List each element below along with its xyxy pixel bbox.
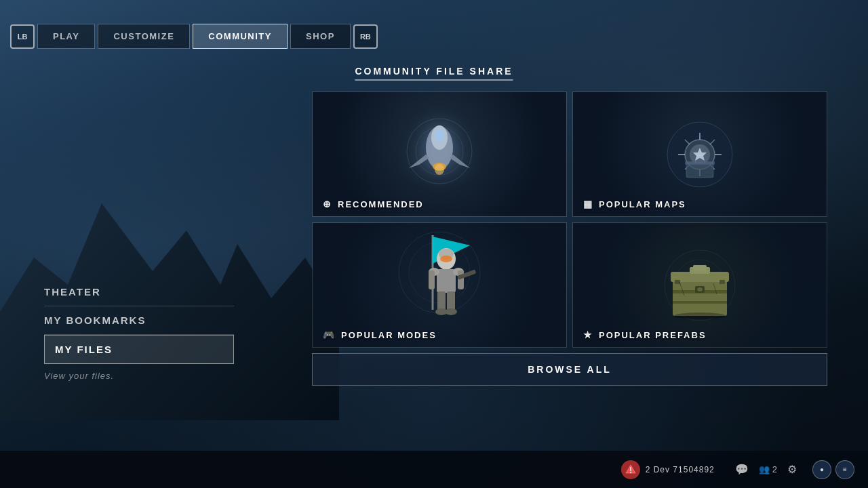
nav-customize[interactable]: CUSTOMIZE	[98, 24, 190, 49]
maps-icon: ▦	[583, 199, 593, 209]
svg-rect-47	[675, 280, 680, 284]
recommended-text: RECOMMENDED	[338, 199, 424, 209]
settings-icon[interactable]: ⚙	[787, 463, 797, 476]
bottom-bar: 2 Dev 71504892 💬 👥 2 ⚙ ● ≡	[0, 451, 868, 488]
sidebar-item-theater[interactable]: THEATER	[44, 278, 234, 306]
card-label-prefabs: ★ POPULAR PREFABS	[583, 329, 707, 340]
svg-rect-35	[458, 270, 464, 289]
svg-point-7	[435, 164, 444, 175]
svg-point-52	[697, 287, 703, 291]
top-navigation: LB PLAY CUSTOMIZE COMMUNITY SHOP RB	[10, 24, 378, 49]
nav-shop[interactable]: SHOP	[290, 24, 351, 49]
players-count: 👥 2	[759, 464, 777, 474]
svg-point-8	[435, 129, 444, 142]
card-visual-recommended	[313, 92, 566, 216]
svg-rect-31	[437, 269, 456, 293]
svg-rect-50	[673, 301, 727, 304]
bottom-icons: 💬 👥 2 ⚙	[735, 463, 797, 476]
svg-marker-5	[450, 155, 470, 168]
modes-icon: 🎮	[323, 329, 336, 340]
sidebar-item-bookmarks[interactable]: MY BOOKMARKS	[44, 306, 234, 335]
right-bumper[interactable]: RB	[353, 24, 378, 49]
svg-point-30	[440, 256, 452, 262]
cards-grid: ⊕ RECOMMENDED	[312, 92, 827, 348]
card-recommended[interactable]: ⊕ RECOMMENDED	[312, 92, 567, 217]
circle-button-1[interactable]: ●	[812, 460, 831, 479]
spartan-visual: ✦	[392, 222, 487, 327]
spaceship-visual	[395, 114, 484, 195]
emblem-visual	[666, 121, 734, 188]
svg-point-55	[674, 312, 726, 319]
svg-rect-22	[685, 161, 715, 165]
players-number: 2	[772, 464, 777, 474]
maps-text: POPULAR MAPS	[599, 199, 686, 209]
left-bumper[interactable]: LB	[10, 24, 35, 49]
player-name-text: 2 Dev 71504892	[646, 465, 715, 474]
card-visual-prefabs	[573, 223, 827, 347]
card-popular-maps[interactable]: ▦ POPULAR MAPS	[572, 92, 827, 217]
card-visual-modes: ✦	[313, 223, 566, 347]
content-area: ⊕ RECOMMENDED	[312, 92, 827, 386]
section-title: COMMUNITY FILE SHARE	[355, 66, 513, 81]
nav-play[interactable]: PLAY	[37, 24, 95, 49]
card-label-modes: 🎮 POPULAR MODES	[323, 329, 437, 340]
card-popular-modes[interactable]: ✦	[312, 222, 567, 348]
chat-icon[interactable]: 💬	[735, 463, 749, 476]
circle-button-2[interactable]: ≡	[835, 460, 854, 479]
svg-point-58	[630, 472, 631, 473]
browse-all-button[interactable]: BROWSE ALL	[312, 353, 827, 386]
circle-buttons: ● ≡	[812, 460, 854, 479]
player-avatar	[621, 460, 640, 479]
svg-rect-21	[686, 163, 713, 178]
nav-community[interactable]: COMMUNITY	[193, 24, 288, 49]
players-icon: 👥	[759, 464, 770, 474]
player-info: 2 Dev 71504892	[621, 460, 715, 479]
prefabs-text: POPULAR PREFABS	[599, 330, 707, 340]
svg-rect-43	[673, 279, 727, 316]
card-label-maps: ▦ POPULAR MAPS	[583, 199, 686, 209]
svg-point-39	[445, 308, 457, 315]
crate-visual	[656, 248, 744, 323]
prefabs-icon: ★	[583, 329, 593, 340]
card-label-recommended: ⊕ RECOMMENDED	[323, 199, 424, 209]
recommended-icon: ⊕	[323, 199, 332, 209]
svg-rect-46	[693, 265, 707, 270]
card-visual-maps	[573, 92, 827, 216]
sidebar-item-files[interactable]: MY FILES	[44, 335, 234, 364]
svg-rect-48	[719, 280, 725, 284]
card-popular-prefabs[interactable]: ★ POPULAR PREFABS	[572, 222, 827, 348]
sidebar-description: View your files.	[44, 371, 234, 381]
sidebar: THEATER MY BOOKMARKS MY FILES View your …	[44, 278, 234, 381]
svg-marker-4	[409, 155, 429, 168]
svg-rect-34	[429, 270, 435, 289]
modes-text: POPULAR MODES	[341, 330, 437, 340]
